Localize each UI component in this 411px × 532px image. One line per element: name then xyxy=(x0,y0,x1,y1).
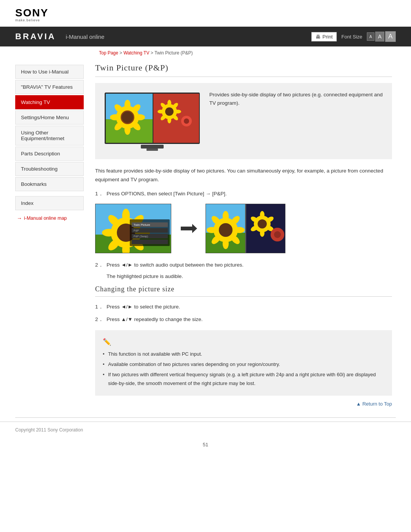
breadcrumb-watching-tv[interactable]: Watching TV xyxy=(123,50,149,56)
before-svg: Twin Picture P&P P&P (Swap) xyxy=(96,204,171,253)
svg-point-60 xyxy=(223,238,229,249)
sidebar-item-watching-tv[interactable]: Watching TV xyxy=(15,95,84,109)
svg-rect-27 xyxy=(141,145,164,149)
page-number: 51 xyxy=(0,438,411,455)
sony-brand: SONY xyxy=(15,7,48,19)
svg-point-67 xyxy=(260,211,264,219)
svg-point-66 xyxy=(258,219,267,228)
step-1-text: Press OPTIONS, then select [Twin Picture… xyxy=(107,190,227,198)
svg-point-56 xyxy=(223,211,229,222)
nav-bar-right: 🖶 Print Font Size A A A xyxy=(311,31,396,42)
svg-point-21 xyxy=(167,117,171,123)
sidebar: How to Use i-Manual "BRAVIA" TV Features… xyxy=(0,57,84,417)
step-2-text: Press ◄/► to switch audio output between… xyxy=(107,261,244,270)
breadcrumb-sep1: > xyxy=(118,50,124,56)
arrow-svg xyxy=(179,221,198,236)
sony-tagline: make.believe xyxy=(15,18,40,22)
svg-point-23 xyxy=(158,110,164,113)
svg-point-11 xyxy=(110,114,121,120)
diagram-before: Twin Picture P&P P&P (Swap) xyxy=(95,204,171,253)
step-1: 1． Press OPTIONS, then select [Twin Pict… xyxy=(95,190,392,198)
content-area: Twin Picture (P&P) xyxy=(84,57,411,417)
step-3-num: 1． xyxy=(95,303,104,312)
svg-text:P&P (Swap): P&P (Swap) xyxy=(134,235,148,238)
sidebar-map-link[interactable]: → i-Manual online map xyxy=(15,211,84,221)
nav-bar: BRAVIA i-Manual online 🖶 Print Font Size… xyxy=(0,27,411,46)
print-label: Print xyxy=(322,34,333,40)
title-divider xyxy=(95,77,392,77)
return-top-label: Return to Top xyxy=(362,401,392,407)
svg-point-7 xyxy=(134,114,145,120)
section2-title: Changing the picture size xyxy=(95,285,392,293)
svg-point-34 xyxy=(122,209,130,222)
sidebar-item-equipment[interactable]: Using Other Equipment/Internet xyxy=(15,126,84,145)
breadcrumb: Top Page > Watching TV > Twin Picture (P… xyxy=(0,46,411,57)
svg-point-5 xyxy=(124,100,131,110)
font-size-controls: A A A xyxy=(367,31,396,42)
sidebar-item-settings[interactable]: Settings/Home Menu xyxy=(15,110,84,125)
return-to-top-link[interactable]: ▲ Return to Top xyxy=(356,401,392,407)
body-text: This feature provides side-by-side displ… xyxy=(95,167,392,184)
font-size-label: Font Size xyxy=(341,34,362,40)
svg-point-74 xyxy=(274,231,281,238)
svg-rect-75 xyxy=(245,204,246,253)
step-1-num: 1． xyxy=(95,190,104,198)
svg-point-58 xyxy=(234,227,245,233)
step-4-num: 2． xyxy=(95,315,104,324)
breadcrumb-current: Twin Picture (P&P) xyxy=(155,50,193,56)
sony-logo: SONY make.believe xyxy=(15,7,396,22)
svg-point-26 xyxy=(184,118,189,124)
copyright: Copyright 2011 Sony Corporation xyxy=(15,427,83,433)
note-icon: ✏️ xyxy=(103,336,384,348)
footer: Copyright 2011 Sony Corporation xyxy=(0,422,411,438)
step-3-text: Press ◄/► to select the picture. xyxy=(107,303,180,312)
breadcrumb-sep2: > xyxy=(149,50,154,56)
note-box: ✏️ This function is not available with P… xyxy=(95,330,392,396)
print-icon: 🖶 xyxy=(315,34,320,40)
print-button[interactable]: 🖶 Print xyxy=(311,32,337,42)
note-list: This function is not available with PC i… xyxy=(103,350,384,387)
step-2: 2． Press ◄/► to switch audio output betw… xyxy=(95,261,392,270)
font-small-button[interactable]: A xyxy=(367,32,374,41)
return-to-top-container: ▲ Return to Top xyxy=(95,396,392,410)
svg-text:P&P: P&P xyxy=(134,229,139,232)
svg-rect-46 xyxy=(132,240,168,244)
svg-point-17 xyxy=(167,100,171,107)
diagram-arrow xyxy=(179,221,198,236)
step-2-sub: The highlighted picture is audible. xyxy=(95,273,392,279)
diagram-after xyxy=(206,204,285,253)
sidebar-item-troubleshooting[interactable]: Troubleshooting xyxy=(15,162,84,176)
note-item-3: If two pictures with different vertical … xyxy=(103,371,384,387)
sidebar-item-how-to-use[interactable]: How to Use i-Manual xyxy=(15,65,84,79)
note-item-2: Available combination of two pictures va… xyxy=(103,360,384,369)
svg-point-40 xyxy=(102,229,116,236)
svg-point-13 xyxy=(122,112,133,123)
tv-graphic xyxy=(103,91,202,152)
main-content: How to Use i-Manual "BRAVIA" TV Features… xyxy=(0,57,411,417)
footer-divider xyxy=(15,417,396,418)
step-4: 2． Press ▲/▼ repeatedly to change the si… xyxy=(95,315,392,324)
svg-point-70 xyxy=(260,229,264,237)
sidebar-item-parts[interactable]: Parts Description xyxy=(15,147,84,161)
breadcrumb-top-page[interactable]: Top Page xyxy=(99,50,118,56)
font-medium-button[interactable]: A xyxy=(375,32,384,42)
bravia-logo: BRAVIA xyxy=(15,32,56,42)
nav-subtitle: i-Manual online xyxy=(66,34,105,40)
sidebar-divider xyxy=(15,192,84,196)
step-2-num: 2． xyxy=(95,261,104,270)
intro-image xyxy=(103,91,202,152)
sidebar-item-bookmarks[interactable]: Bookmarks xyxy=(15,177,84,191)
svg-point-9 xyxy=(124,124,131,135)
arrow-icon: → xyxy=(17,215,22,221)
sidebar-item-index[interactable]: Index xyxy=(15,196,84,210)
page-title: Twin Picture (P&P) xyxy=(95,63,392,73)
svg-text:Twin Picture: Twin Picture xyxy=(134,223,150,227)
font-large-button[interactable]: A xyxy=(385,31,396,42)
svg-point-62 xyxy=(207,227,217,233)
svg-point-55 xyxy=(219,223,233,237)
svg-point-16 xyxy=(165,107,174,116)
sidebar-item-bravia-features[interactable]: "BRAVIA" TV Features xyxy=(15,80,84,94)
section2-divider xyxy=(95,296,392,297)
top-bar: SONY make.believe xyxy=(0,0,411,27)
note-item-1: This function is not available with PC i… xyxy=(103,350,384,358)
